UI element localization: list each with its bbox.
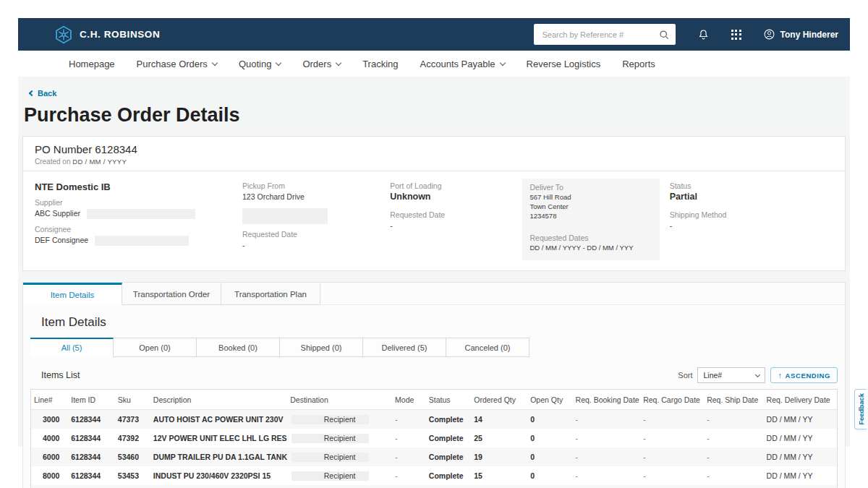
search-input[interactable] [541,30,658,40]
cell-req-cargo-date: - [640,448,704,466]
chevron-down-icon [499,59,505,65]
status-filter-tabs: All (5) Open (0) Booked (0) Shipped (0) [30,338,845,357]
cell-description: INDUST PU 230/460V 2320PSI 15 [150,466,287,485]
nav-menu-item[interactable]: Quoting [239,59,281,69]
items-table: Line# Item ID Sku Description Destinatio… [31,390,837,488]
chevron-down-icon [276,59,281,65]
cell-ordered-qty: 15 [471,466,527,485]
nav-menu-item[interactable]: Reverse Logistics [527,59,601,69]
table-header-cell[interactable]: Open Qty [527,390,572,410]
status-filter-label: All (5) [61,343,82,352]
status-label: Status [670,181,833,190]
port-of-loading-label: Port of Loading [390,181,529,190]
status-filter-tab[interactable]: Shipped (0) [280,338,363,357]
table-header-cell[interactable]: Item ID [68,390,115,410]
table-header-cell[interactable]: Status [426,390,471,410]
brand: C.H. ROBINSON [54,25,160,44]
nav-menu-item[interactable]: Accounts Payable [420,59,505,69]
shipping-method-value: - [670,221,833,231]
redacted-placeholder [87,209,195,219]
table-header-cell[interactable]: Ordered Qty [471,390,527,410]
cell-status: Complete [426,485,471,488]
cell-line-number: 8000 [31,466,68,485]
port-column: Port of Loading Unknown Requested Date - [390,179,529,260]
cell-req-delivery-date: DD / MM / YY [764,485,837,488]
item-details-heading: Item Details [41,315,845,330]
nav-menu-item[interactable]: Orders [302,59,341,69]
cell-ordered-qty: 25 [471,429,527,448]
cell-open-qty: 0 [527,448,572,466]
detail-tab[interactable]: Transportation Order [122,283,221,305]
deliver-to-line: 567 Hill Road [529,193,652,202]
port-requested-date-value: - [390,221,529,231]
cell-sku: 47392 [115,429,150,448]
nav-menu-item-label: Reports [622,59,655,69]
nav-menu-item-label: Quoting [239,59,272,69]
ascending-button[interactable]: ↑ ASCENDING [770,367,838,383]
back-link[interactable]: Back [30,89,56,98]
cell-destination: Recipient [287,485,392,488]
chevron-down-icon [336,59,341,65]
cell-line-number: 6000 [31,448,68,466]
cell-sku: 47373 [115,410,150,429]
nav-menu-item[interactable]: Homepage [69,59,115,69]
apps-grid-icon[interactable] [731,30,741,40]
detail-tab-label: Transportation Plan [234,290,307,299]
feedback-label: Feedback [857,393,865,425]
table-row[interactable]: 10000 6128344 47349 BI-ROTATIONAL PUMP/M… [31,485,837,488]
detail-tab[interactable]: Item Details [23,283,122,305]
deliver-to-line: 1234578 [529,212,652,221]
user-menu[interactable]: Tony Hinderer [763,28,838,40]
nav-menu-item-label: Accounts Payable [420,59,495,69]
nav-menu-item[interactable]: Reports [622,59,655,69]
table-header-cell[interactable]: Req. Cargo Date [640,390,704,410]
reference-search[interactable] [534,24,676,45]
status-filter-tab[interactable]: Canceled (0) [446,338,529,357]
status-filter-tab[interactable]: Open (0) [114,338,197,357]
notifications-bell-icon[interactable] [697,28,710,41]
table-header-cell[interactable]: Description [150,390,287,410]
cell-req-cargo-date: - [640,485,704,488]
table-row[interactable]: 6000 6128344 53460 DUMP TRAILER PU DA 1.… [31,448,837,466]
table-header-cell[interactable]: Req. Booking Date [573,390,641,410]
search-icon[interactable] [658,29,670,40]
nav-menu-item[interactable]: Purchase Orders [137,59,217,69]
table-row[interactable]: 3000 6128344 47373 AUTO HOIST AC POWER U… [31,410,837,429]
cell-ordered-qty: 18 [471,485,527,488]
cell-destination: Recipient [287,466,392,485]
cell-req-booking-date: - [573,448,641,466]
chevron-down-icon [212,59,218,65]
port-requested-date-label: Requested Date [390,210,529,219]
cell-req-booking-date: - [573,410,641,429]
table-header-cell[interactable]: Req. Ship Date [704,390,763,410]
cell-description: AUTO HOIST AC POWER UNIT 230V [150,410,287,429]
nav-menu-item[interactable]: Tracking [362,59,398,69]
detail-tab[interactable]: Transportation Plan [221,283,320,305]
table-header-cell[interactable]: Mode [392,390,426,410]
po-summary-card: PO Number 6128344 Created on DD / MM / Y… [22,136,846,271]
status-filter-label: Delivered (5) [382,343,427,352]
feedback-tab[interactable]: Feedback [854,389,867,429]
cell-sku: 47349 [115,485,150,488]
status-filter-tab[interactable]: Booked (0) [197,338,280,357]
cell-mode: - [392,410,426,429]
sort-label: Sort [678,371,692,380]
table-row[interactable]: 8000 6128344 53453 INDUST PU 230/460V 23… [31,466,837,485]
items-table-header-row: Line# Item ID Sku Description Destinatio… [31,390,837,410]
table-row[interactable]: 4000 6128344 47392 12V POWER UNIT ELEC L… [31,429,837,448]
cell-ordered-qty: 14 [471,410,527,429]
table-header-cell[interactable]: Destination [287,390,392,410]
cell-destination: Recipient [287,410,392,429]
nav-menu-item-label: Purchase Orders [137,59,208,69]
status-filter-tab[interactable]: All (5) [30,338,114,357]
cell-status: Complete [426,448,471,466]
table-header-cell[interactable]: Line# [31,390,68,410]
nav-menu-item-label: Tracking [362,59,398,69]
cell-mode: - [392,429,426,448]
table-header-cell[interactable]: Sku [115,390,150,410]
table-header-cell[interactable]: Req. Delivery Date [764,390,837,410]
sort-select-value: Line# [703,371,722,380]
status-filter-tab[interactable]: Delivered (5) [363,338,446,357]
status-filter-label: Canceled (0) [465,343,511,352]
sort-select[interactable]: Line# [697,367,765,383]
